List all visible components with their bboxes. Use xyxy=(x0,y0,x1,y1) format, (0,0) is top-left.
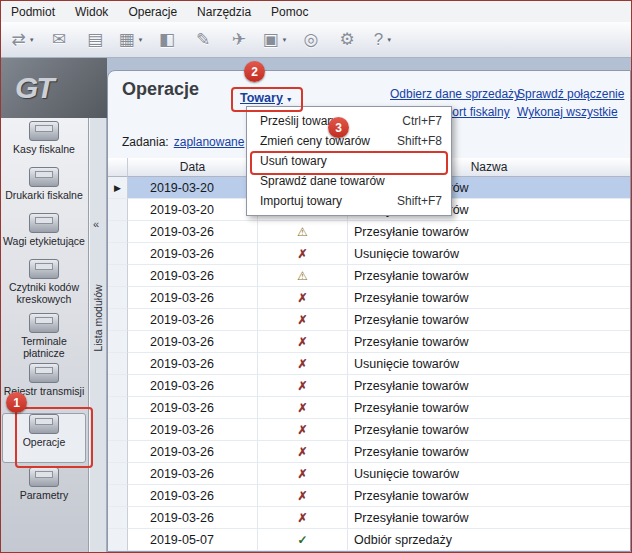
tasks-filter-link[interactable]: zaplanowane▼ xyxy=(174,135,254,149)
sidebar-item-drukarki-fiskalne[interactable]: Drukarki fiskalne xyxy=(3,167,85,211)
device-icon: ▣ xyxy=(262,29,278,50)
menu-item-zmien-ceny-towarow[interactable]: Zmień ceny towarów Shift+F8 xyxy=(247,131,451,151)
modules-strip-label: Lista modułów xyxy=(92,284,104,351)
row-selector xyxy=(108,221,128,243)
mail-button[interactable]: ✉ xyxy=(44,26,74,54)
row-selector xyxy=(108,353,128,375)
row-selector xyxy=(108,441,128,463)
link-odbierz-dane-sprzedazy[interactable]: Odbierz dane sprzedaży xyxy=(390,87,520,101)
menubar-item-narzedzia[interactable]: Narzędzia xyxy=(187,3,261,21)
cell-date: 2019-03-20 xyxy=(128,199,258,221)
menu-item-usun-towary[interactable]: Usuń towary xyxy=(247,151,451,171)
menubar-item-widok[interactable]: Widok xyxy=(65,3,118,21)
row-selector xyxy=(108,507,128,529)
cell-name: Usunięcie towarów xyxy=(348,353,630,375)
table-row[interactable]: 2019-03-26✗Przesyłanie towarów xyxy=(108,397,630,419)
annotation-badge-1: 1 xyxy=(6,392,27,413)
menu-item-przeslij-towary[interactable]: Prześlij towary Ctrl+F7 xyxy=(247,111,451,131)
cell-date: 2019-03-26 xyxy=(128,287,258,309)
cell-date: 2019-03-26 xyxy=(128,419,258,441)
help-button[interactable]: ?▼ xyxy=(368,26,398,54)
table-row[interactable]: 2019-03-26✗Usunięcie towarów xyxy=(108,353,630,375)
collapse-icon[interactable]: « xyxy=(93,218,99,230)
sidebar-item-terminale-platnicze[interactable]: Terminale płatnicze xyxy=(3,313,85,361)
table-row[interactable]: 2019-03-26✗Przesyłanie towarów xyxy=(108,287,630,309)
package-button[interactable]: ▦▼ xyxy=(116,26,146,54)
settings-button[interactable]: ⚙ xyxy=(332,26,362,54)
cell-name: Przesyłanie towarów xyxy=(348,419,630,441)
sidebar-item-kasy-fiskalne[interactable]: Kasy fiskalne xyxy=(3,121,85,165)
menubar-item-pomoc[interactable]: Pomoc xyxy=(261,3,318,21)
table-row[interactable]: 2019-03-26✗Usunięcie towarów xyxy=(108,243,630,265)
cell-date: 2019-05-07 xyxy=(128,529,258,551)
column-header-data[interactable]: Data xyxy=(128,158,258,177)
tasks-label: Zadania: xyxy=(122,135,169,149)
table-row[interactable]: 2019-03-26⚠Przesyłanie towarów xyxy=(108,221,630,243)
view-icon: ◎ xyxy=(304,29,319,50)
row-selector xyxy=(108,529,128,551)
row-selector xyxy=(108,331,128,353)
table-row[interactable]: 2019-05-07✓Odbiór sprzedaży xyxy=(108,529,630,551)
error-status-icon: ✗ xyxy=(258,419,348,441)
page-title: Operacje xyxy=(122,79,199,100)
table-row[interactable]: 2019-03-26✗Przesyłanie towarów xyxy=(108,441,630,463)
sidebar-item-wagi-etykietujace[interactable]: Wagi etykietujące xyxy=(3,213,85,261)
modules-strip[interactable]: « Lista modułów xyxy=(89,118,107,552)
table-row[interactable]: 2019-03-26⚠Przesyłanie towarów xyxy=(108,265,630,287)
error-status-icon: ✗ xyxy=(258,375,348,397)
menu-bar: Podmiot Widok Operacje Narzędzia Pomoc xyxy=(1,1,631,23)
sidebar-item-operacje[interactable]: Operacje xyxy=(2,413,86,463)
table-row[interactable]: 2019-03-26✗Przesyłanie towarów xyxy=(108,419,630,441)
cell-name: Przesyłanie towarów xyxy=(348,309,630,331)
menubar-item-podmiot[interactable]: Podmiot xyxy=(1,3,65,21)
context-menu: Prześlij towary Ctrl+F7 Zmień ceny towar… xyxy=(246,106,452,216)
row-selector xyxy=(108,397,128,419)
menubar-item-operacje[interactable]: Operacje xyxy=(118,3,187,21)
row-selector xyxy=(108,287,128,309)
view-button[interactable]: ◎ xyxy=(296,26,326,54)
menu-item-importuj-towary[interactable]: Importuj towary Shift+F7 xyxy=(247,191,451,211)
cell-name: Przesyłanie towarów xyxy=(348,397,630,419)
chevron-down-icon: ▼ xyxy=(286,96,293,103)
warning-status-icon: ⚠ xyxy=(258,221,348,243)
sidebar-item-parametry[interactable]: Parametry xyxy=(3,467,85,511)
row-selector xyxy=(108,419,128,441)
sidebar-item-czytniki-kodow[interactable]: Czytniki kodów kreskowych xyxy=(3,259,85,311)
table-row[interactable]: 2019-03-26✗Przesyłanie towarów xyxy=(108,375,630,397)
link-wykonaj-wszystkie[interactable]: Wykonaj wszystkie xyxy=(517,105,618,119)
error-status-icon: ✗ xyxy=(258,507,348,529)
cell-name: Przesyłanie towarów xyxy=(348,287,630,309)
fiscal-cash-register-icon xyxy=(29,121,59,141)
cell-date: 2019-03-26 xyxy=(128,353,258,375)
parameters-icon xyxy=(29,467,59,487)
cell-date: 2019-03-26 xyxy=(128,375,258,397)
menu-item-sprawdz-dane-towarow[interactable]: Sprawdź dane towarów xyxy=(247,171,451,191)
table-row[interactable]: 2019-03-26✗Przesyłanie towarów xyxy=(108,309,630,331)
error-status-icon: ✗ xyxy=(258,243,348,265)
cell-date: 2019-03-26 xyxy=(128,221,258,243)
table-body: ▶2019-03-20Przesyłanie towarów2019-03-20… xyxy=(108,177,630,551)
edit-button[interactable]: ✎ xyxy=(188,26,218,54)
table-row[interactable]: 2019-03-26✗Usunięcie towarów xyxy=(108,463,630,485)
transmission-button[interactable]: ⇄▼ xyxy=(8,26,38,54)
app-logo: GT xyxy=(1,58,107,118)
table-row[interactable]: 2019-03-26✗Przesyłanie towarów xyxy=(108,507,630,529)
table-row[interactable]: 2019-03-26✗Przesyłanie towarów xyxy=(108,331,630,353)
table-row[interactable]: 2019-03-26✗Przesyłanie towarów xyxy=(108,485,630,507)
app-window: Podmiot Widok Operacje Narzędzia Pomoc ⇄… xyxy=(0,0,632,553)
device-button[interactable]: ▣▼ xyxy=(260,26,290,54)
toolbar: ⇄▼✉▤▦▼◧✎✈▣▼◎⚙?▼ xyxy=(1,22,631,58)
send-button[interactable]: ✈ xyxy=(224,26,254,54)
payment-terminal-icon xyxy=(29,313,59,333)
link-sprawdz-polaczenie[interactable]: Sprawdź połączenie xyxy=(517,87,624,101)
mail-icon: ✉ xyxy=(52,29,66,50)
cell-name: Przesyłanie towarów xyxy=(348,441,630,463)
row-selector xyxy=(108,243,128,265)
category-dropdown-towary[interactable]: Towary▼ xyxy=(240,91,293,105)
error-status-icon: ✗ xyxy=(258,353,348,375)
cell-name: Przesyłanie towarów xyxy=(348,265,630,287)
operations-icon xyxy=(29,414,59,434)
reports-button[interactable]: ▤ xyxy=(80,26,110,54)
cash-register-button[interactable]: ◧ xyxy=(152,26,182,54)
transmission-icon: ⇄ xyxy=(11,29,25,50)
